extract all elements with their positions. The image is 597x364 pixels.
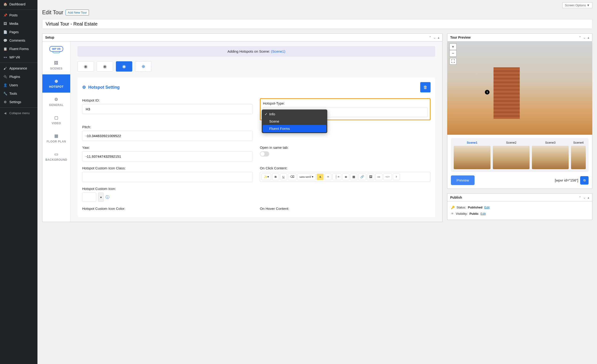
hotspot-type-dropdown: Info Scene Fluent Forms [262,109,327,133]
pitch-label: Pitch: [82,125,253,129]
nav-fluent-forms[interactable]: 📋Fluent Forms [0,45,38,53]
tab-scenes[interactable]: 🖼SCENES [42,56,70,74]
collapse-menu[interactable]: ◀Collapse menu [0,107,38,117]
edit-status-link[interactable]: Edit [484,206,489,209]
hotspot-id-label: Hotspot ID: [82,98,253,102]
underline-button[interactable]: U [280,174,287,180]
nav-posts[interactable]: 📌Posts [0,10,38,19]
toggle-panel-icon[interactable]: ▴ [438,36,440,39]
yaw-input[interactable] [82,151,253,161]
nav-dashboard[interactable]: 🏠Dashboard [0,0,38,8]
list-ol-button[interactable]: ⋮≡ [332,174,341,180]
image-button[interactable]: 🖼 [367,174,374,180]
zoom-out-button[interactable]: − [449,50,456,57]
nav-pages[interactable]: 📄Pages [0,28,38,36]
panorama-viewer[interactable]: + − ⛶ i [447,41,592,135]
add-hotspot-button[interactable]: ⊕ [135,61,151,72]
tour-title-input[interactable] [42,19,592,29]
tab-floor-plan[interactable]: ▦FLOOR PLAN [42,129,70,147]
floorplan-icon: ▦ [44,133,68,138]
pitch-input[interactable] [82,131,253,141]
key-icon: 🔑 [451,206,455,209]
dropdown-option-scene[interactable]: Scene [263,118,326,125]
wpvr-logo: WP VR [42,41,70,56]
video-button[interactable]: ▭ [375,174,382,180]
hotspot-tab-1[interactable]: ◉ [78,61,94,72]
setup-heading: Setup [45,36,54,39]
yaw-label: Yaw: [82,145,253,150]
tab-background[interactable]: ▭BACKGROUND [42,147,70,166]
scene-thumbnails: Scene1 Scene2 Scene3 Scene4 [451,138,589,172]
nav-comments[interactable]: 💬Comments [0,36,38,45]
table-button[interactable]: ▦ [350,174,357,180]
zoom-in-button[interactable]: + [449,44,456,50]
preview-button[interactable]: Preview [451,175,475,185]
toggle-panel-icon[interactable]: ▴ [588,36,589,39]
scene-thumb-2[interactable]: Scene2 [493,141,530,169]
screen-options-button[interactable]: Screen Options ▼ [562,2,592,8]
dropdown-option-info[interactable]: Info [263,110,326,118]
link-button[interactable]: 🔗 [358,174,366,180]
toggle-panel-icon[interactable]: ▴ [588,196,589,199]
list-ul-button[interactable]: ≡ [324,174,331,180]
erase-button[interactable]: ⌫ [288,174,296,180]
gear-icon: ⚙ [3,100,8,104]
code-button[interactable]: </> [383,174,392,180]
hotspot-tab-3[interactable]: ◉ [116,61,132,72]
dashboard-icon: 🏠 [3,2,8,7]
align-button[interactable]: ≣ [342,174,349,180]
move-up-icon[interactable]: ⌃ [579,196,581,199]
icon-preview [82,192,96,202]
tab-video[interactable]: ▢VIDEO [42,111,70,129]
help-icon[interactable]: ⓘ [106,195,109,200]
brush-icon: 🖌 [3,66,8,71]
target-icon: ⊕ [44,79,68,84]
edit-visibility-link[interactable]: Edit [480,212,486,215]
same-tab-toggle[interactable] [260,151,269,157]
custom-class-input[interactable] [82,172,253,182]
onhover-label: On Hover Content: [260,206,431,211]
onclick-label: On Click Content: [260,166,431,170]
move-down-icon[interactable]: ⌄ [583,196,586,199]
visibility-row: 👁 Visibility: Public Edit [451,211,589,217]
tab-general[interactable]: ⚙GENERAL [42,93,70,111]
custom-icon-label: Hotspot Custom Icon: [82,187,253,191]
dropdown-option-fluent-forms[interactable]: Fluent Forms [263,125,326,132]
move-down-icon[interactable]: ⌄ [433,36,436,39]
move-up-icon[interactable]: ⌃ [579,36,581,39]
scene-thumb-4[interactable]: Scene4 [571,141,586,169]
nav-users[interactable]: 👤Users [0,81,38,89]
font-select[interactable]: sans-serif ▾ [297,174,316,180]
setup-vertical-tabs: WP VR 🖼SCENES ⊕HOTSPOT ⚙GENERAL ▢VIDEO ▦… [42,41,71,222]
publish-heading: Publish [450,196,462,199]
same-tab-label: Open in same tab: [260,145,431,150]
nav-appearance[interactable]: 🖌Appearance [0,63,38,73]
move-up-icon[interactable]: ⌃ [429,36,432,39]
nav-settings[interactable]: ⚙Settings [0,98,38,106]
text-color-button[interactable]: A [316,174,323,180]
magic-wand-button[interactable]: ✨▾ [261,174,271,180]
delete-hotspot-button[interactable]: 🗑 [420,82,431,92]
add-new-tour-button[interactable]: Add New Tour [66,10,89,15]
video-icon: ▢ [44,115,68,120]
help-button[interactable]: ? [393,174,400,180]
scene-link[interactable]: (Scene1) [271,49,285,53]
hotspot-marker[interactable]: i [485,90,489,94]
icon-dropdown[interactable]: ▾ [98,192,104,202]
nav-media[interactable]: 🖼Media [0,19,38,28]
scene-thumb-3[interactable]: Scene3 [532,141,569,169]
tour-preview-heading: Tour Preview [450,36,471,39]
tab-hotspot[interactable]: ⊕HOTSPOT [42,74,70,93]
move-down-icon[interactable]: ⌄ [583,36,586,39]
fullscreen-button[interactable]: ⛶ [449,58,456,65]
comment-icon: 💬 [3,38,8,43]
nav-plugins[interactable]: 🔌Plugins [0,73,38,81]
copy-shortcode-button[interactable]: ⧉ [580,176,589,185]
hotspot-nav: ◉ ◉ ◉ ⊕ [78,61,435,72]
hotspot-tab-2[interactable]: ◉ [97,61,113,72]
hotspot-id-input[interactable] [82,104,253,114]
nav-wpvr[interactable]: 👓WP VR [0,53,38,61]
bold-button[interactable]: B [272,174,279,180]
scene-thumb-1[interactable]: Scene1 [454,141,490,169]
nav-tools[interactable]: 🔧Tools [0,89,38,98]
